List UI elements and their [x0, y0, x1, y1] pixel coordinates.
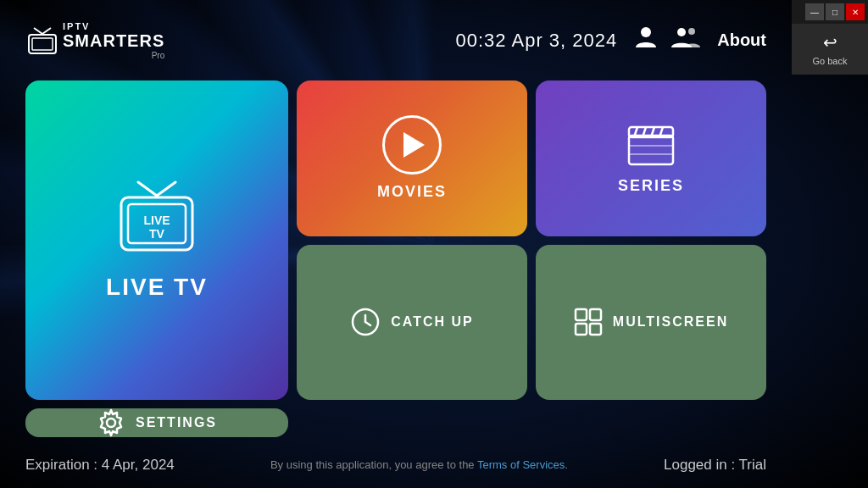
logo-pro: Pro	[63, 51, 164, 60]
clock-icon	[350, 307, 381, 337]
header: IPTV SMARTERS Pro 00:32 Apr 3, 2024	[0, 0, 792, 80]
settings-gear-icon	[97, 408, 125, 437]
svg-line-23	[365, 322, 370, 325]
logo-iptv: IPTV	[63, 21, 164, 31]
maximize-button[interactable]: □	[826, 3, 844, 20]
svg-line-7	[138, 182, 157, 196]
svg-line-8	[157, 182, 175, 196]
multiscreen-label: MULTISCREEN	[613, 314, 728, 330]
footer: Expiration : 4 Apr, 2024 By using this a…	[0, 441, 792, 488]
svg-rect-24	[576, 309, 587, 320]
series-label: SERIES	[618, 177, 684, 195]
minimize-button[interactable]: —	[805, 3, 824, 20]
play-icon	[382, 115, 442, 175]
go-back-icon: ↩	[823, 32, 837, 53]
clapperboard-icon	[626, 122, 676, 169]
movies-label: MOVIES	[377, 183, 447, 201]
header-right: 00:32 Apr 3, 2024 About	[456, 24, 766, 57]
main-grid: LIVE TV LIVE TV MOVIES SERIES	[25, 80, 766, 437]
play-triangle	[403, 132, 425, 158]
logo-text: IPTV SMARTERS Pro	[63, 21, 164, 60]
svg-rect-25	[590, 309, 601, 320]
titlebar: — □ ✕	[792, 0, 868, 24]
svg-text:TV: TV	[149, 227, 165, 241]
header-icons	[632, 24, 702, 57]
svg-rect-27	[590, 324, 601, 335]
go-back-label: Go back	[813, 56, 848, 66]
catchup-label: CATCH UP	[391, 314, 473, 330]
logo-area: IPTV SMARTERS Pro	[25, 21, 164, 60]
movies-tile[interactable]: MOVIES	[297, 80, 527, 236]
svg-rect-13	[629, 136, 673, 164]
livetv-icon: LIVE TV	[114, 180, 199, 260]
series-tile[interactable]: SERIES	[536, 80, 766, 236]
terms-prefix: By using this application, you agree to …	[270, 458, 477, 471]
svg-text:LIVE: LIVE	[143, 214, 170, 227]
about-link[interactable]: About	[717, 30, 766, 50]
svg-line-1	[42, 28, 51, 34]
tv-logo-svg	[25, 27, 59, 54]
datetime: 00:32 Apr 3, 2024	[456, 30, 618, 52]
svg-rect-26	[576, 324, 587, 335]
catchup-tile[interactable]: CATCH UP	[297, 245, 527, 401]
expiration-text: Expiration : 4 Apr, 2024	[25, 457, 175, 474]
svg-line-0	[34, 28, 42, 34]
livetv-label: LIVE TV	[106, 274, 208, 301]
logged-in-text: Logged in : Trial	[664, 457, 766, 474]
users-icon[interactable]	[670, 24, 702, 57]
profile-icon[interactable]	[632, 24, 659, 57]
footer-center: By using this application, you agree to …	[270, 458, 568, 471]
svg-point-5	[677, 28, 686, 36]
settings-label: SETTINGS	[136, 415, 217, 430]
livetv-tile[interactable]: LIVE TV LIVE TV	[25, 80, 288, 400]
close-button[interactable]: ✕	[846, 3, 865, 20]
svg-point-6	[688, 28, 695, 35]
settings-tile[interactable]: SETTINGS	[25, 408, 288, 437]
multiscreen-icon	[574, 308, 603, 336]
terms-link[interactable]: Terms of Services.	[477, 458, 568, 471]
multiscreen-tile[interactable]: MULTISCREEN	[536, 245, 766, 401]
svg-point-4	[641, 27, 651, 37]
go-back-button[interactable]: ↩ Go back	[792, 24, 868, 75]
logo-icon	[25, 27, 59, 54]
logo-smarters: SMARTERS	[63, 31, 164, 51]
svg-rect-3	[32, 38, 53, 50]
svg-point-28	[107, 419, 115, 427]
